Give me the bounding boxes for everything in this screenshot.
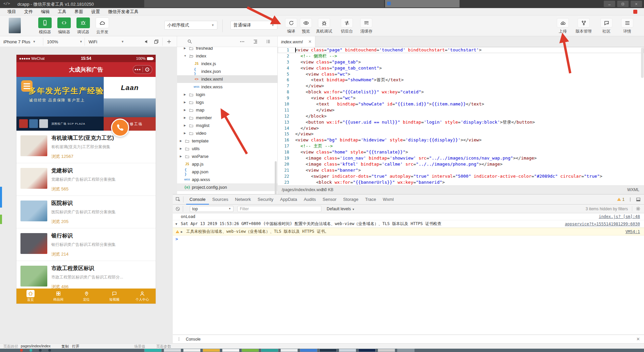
code-line[interactable]: 3 <view class="page_tab"> — [278, 59, 644, 65]
maximize-button[interactable] — [617, 1, 629, 7]
toolbar-版本管理-button[interactable]: 版本管理 — [574, 18, 593, 34]
tree-expand-arrow[interactable]: ▶ — [180, 147, 182, 150]
phone-tab-首页[interactable]: 首页 — [16, 289, 44, 304]
tree-item-login[interactable]: ▶ login — [177, 91, 277, 98]
code-line[interactable]: 17 <!-- 主页 --> — [278, 143, 644, 149]
taskbar-window-tile[interactable] — [222, 349, 239, 352]
call-button[interactable] — [111, 119, 129, 137]
tree-item-freshead[interactable]: ▶ freshead — [177, 47, 277, 52]
taskbar-window-tile[interactable] — [203, 349, 220, 352]
code-line[interactable]: 14 </view> — [278, 125, 644, 131]
banner-carousel[interactable]: 多年发光字生产经验 诚信经营 品质保障 客户至上 深国投广场 SCP PLAZA… — [16, 77, 156, 131]
console-settings-gear-icon[interactable] — [632, 206, 641, 211]
editor-scrollbar[interactable] — [641, 48, 644, 78]
code-line[interactable]: 4 <view class="page_tab_content"> — [278, 65, 644, 71]
code-line[interactable]: 23 <block wx:for="{{bannerUrls}}" wx:key… — [278, 179, 644, 185]
code-line[interactable]: 6 <text bindtap="showHome">首页</text> — [278, 77, 644, 83]
multi-window-icon[interactable] — [154, 39, 159, 44]
tree-expand-arrow[interactable]: ▶ — [184, 108, 186, 112]
menu-项目[interactable]: 项目 — [3, 9, 20, 15]
taskbar-window-tile[interactable] — [358, 349, 376, 352]
code-line[interactable]: 7 </view> — [278, 83, 644, 89]
taskbar-app-icon[interactable] — [30, 349, 32, 352]
search-icon[interactable] — [187, 39, 192, 44]
code-line[interactable]: 21 <view class="banner"> — [278, 167, 644, 173]
close-drawer-icon[interactable]: ✕ — [636, 337, 640, 342]
code-line[interactable]: 13 <button wx:if="{{user.uid == null}}" … — [278, 119, 644, 125]
add-icon[interactable] — [166, 39, 172, 44]
menu-工具[interactable]: 工具 — [54, 9, 70, 15]
tree-item-index.json[interactable]: { } index.json — [177, 68, 277, 75]
context-select[interactable]: top▼ — [190, 206, 233, 212]
code-line[interactable]: 19 <image class='icon_nav' bindtap='show… — [278, 155, 644, 161]
tree-item-msglist[interactable]: ▶ msglist — [177, 122, 277, 129]
tree-item-app.wxss[interactable]: WXSS app.wxss — [177, 176, 277, 183]
code-line[interactable]: 11 </view> — [278, 107, 644, 113]
collapse-tree-icon[interactable] — [253, 39, 258, 44]
toolbar-社区-button[interactable]: 社区 — [597, 18, 616, 34]
toolbar-详情-button[interactable]: 详情 — [618, 18, 637, 34]
toolbar-模拟器-button[interactable]: 模拟器 — [38, 17, 52, 35]
devtools-tab-Trace[interactable]: Trace — [362, 194, 380, 205]
menu-文件[interactable]: 文件 — [20, 9, 37, 15]
taskbar-window-tile[interactable] — [241, 349, 259, 352]
console-prompt[interactable]: > — [173, 235, 644, 243]
tree-expand-arrow[interactable]: ▶ — [184, 124, 186, 127]
code-line[interactable]: 8 <block wx:for="{{Catelist}}" wx:key="c… — [278, 89, 644, 95]
console-message[interactable]: ▼ Sat Apr 13 2019 15:53:26 GMT+0800 (中国标… — [173, 220, 644, 228]
compile-mode-select[interactable]: 普通编译▼ — [230, 21, 277, 30]
phone-tab-定位[interactable]: 定位 — [72, 289, 100, 304]
list-item[interactable]: 党建标识 党建标识类广告标识工程部分案例集 浏览 565 — [16, 163, 156, 196]
more-options-icon[interactable] — [628, 197, 633, 202]
toolbar-切后台-button[interactable]: 切后台 — [337, 18, 356, 34]
tree-item-app.json[interactable]: { } app.json — [177, 168, 277, 176]
tree-expand-arrow[interactable]: ▶ — [184, 93, 186, 96]
tree-item-utils[interactable]: ▶ utils — [177, 145, 277, 152]
code-line[interactable]: 5 <view class="wc"> — [278, 71, 644, 77]
code-line[interactable]: 9 <view class="wc"> — [278, 95, 644, 101]
miniprogram-capsule[interactable]: ●●● — [133, 65, 152, 74]
devtools-tab-Security[interactable]: Security — [254, 194, 277, 205]
toolbar-上传-button[interactable]: 上传 — [553, 18, 572, 34]
menu-设置[interactable]: 设置 — [87, 9, 104, 15]
menu-微信开发者工具[interactable]: 微信开发者工具 — [104, 9, 143, 15]
outline-icon[interactable] — [266, 39, 271, 44]
taskbar-window-tile[interactable] — [144, 349, 162, 352]
toolbar-调试器-button[interactable]: 调试器 — [76, 17, 90, 35]
tree-expand-arrow[interactable]: ▶ — [184, 116, 186, 119]
tree-expand-arrow[interactable]: ▶ — [184, 47, 186, 50]
list-item[interactable]: 市政工程景区标识 市政工程景区标识类广告标识工程部分... 浏览 486 — [16, 261, 156, 289]
devtools-tab-Wxml[interactable]: Wxml — [379, 194, 397, 205]
toolbar-编辑器-button[interactable]: 编辑器 — [57, 17, 71, 35]
devtools-tab-Sensor[interactable]: Sensor — [319, 194, 340, 205]
taskbar-app-icon[interactable] — [20, 349, 23, 352]
code-line[interactable]: 20 <image class='kftel' bindtap='callme'… — [278, 161, 644, 167]
notification-badge[interactable] — [633, 10, 637, 14]
copy-path-link[interactable]: 复制 — [61, 344, 69, 349]
devtools-tab-AppData[interactable]: AppData — [277, 194, 301, 205]
tree-item-template[interactable]: ▶ template — [177, 137, 277, 145]
taskbar-window-tile[interactable] — [319, 349, 337, 352]
close-tab-icon[interactable]: ✕ — [308, 39, 312, 44]
tree-item-index[interactable]: ▼ index — [177, 52, 277, 60]
console-message[interactable]: onLoad index.js? [sm]:48 — [173, 213, 644, 220]
code-line[interactable]: 2 <!-- 侧滑栏 --> — [278, 53, 644, 59]
tree-item-index.js[interactable]: JS index.js — [177, 60, 277, 68]
tree-item-logs[interactable]: ▶ logs — [177, 98, 277, 106]
taskbar-window-tile[interactable] — [378, 349, 395, 352]
console-source-link[interactable]: index.js? [sm]:48 — [599, 214, 640, 219]
drawer-menu-icon[interactable] — [177, 337, 181, 341]
taskbar-window-tile[interactable] — [261, 349, 278, 352]
tree-expand-arrow[interactable]: ▶ — [180, 139, 182, 142]
menu-编辑[interactable]: 编辑 — [37, 9, 54, 15]
tree-item-index.wxml[interactable]: <> index.wxml — [177, 75, 277, 83]
list-item[interactable]: 医院标识 医院标识类广告标识工程部分案例集 浏览 205 — [16, 196, 156, 228]
code-line[interactable]: 18 <view class="home" style="{{translate… — [278, 149, 644, 155]
taskbar-window-tile[interactable] — [397, 349, 415, 352]
taskbar-window-tile[interactable] — [164, 349, 181, 352]
devtools-tab-Console[interactable]: Console — [186, 194, 209, 205]
tree-item-wxParse[interactable]: ▶ wxParse — [177, 152, 277, 160]
devtools-tab-Sources[interactable]: Sources — [209, 194, 232, 205]
scene-label[interactable]: 场景值 — [134, 344, 145, 349]
phone-tab-样品间[interactable]: 样品间 — [44, 289, 72, 304]
